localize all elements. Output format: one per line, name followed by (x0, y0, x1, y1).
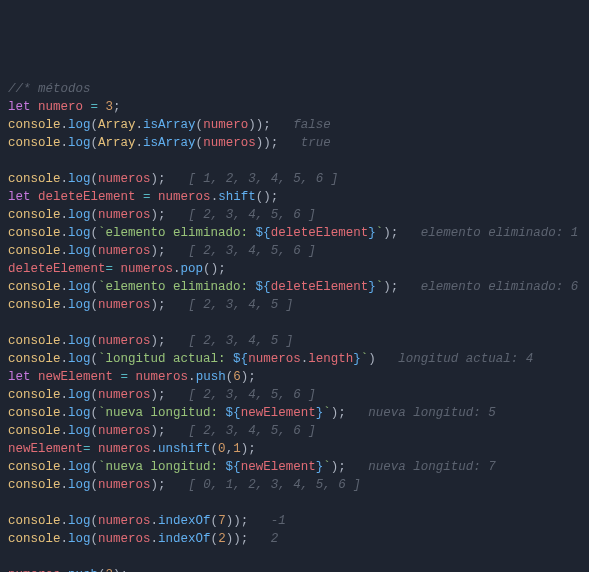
code-line: console.log(numeros); [ 0, 1, 2, 3, 4, 5… (8, 476, 581, 494)
output-comment: [ 2, 3, 4, 5 ] (188, 334, 293, 348)
output-comment: elemento eliminado: 1 (421, 226, 579, 240)
output-comment: -1 (271, 514, 286, 528)
blank-line (8, 494, 581, 512)
code-line: let deleteElement = numeros.shift(); (8, 188, 581, 206)
code-line: console.log(numeros); [ 2, 3, 4, 5, 6 ] (8, 422, 581, 440)
code-line: console.log(`nueva longitud: ${newElemen… (8, 404, 581, 422)
code-line: let numero = 3; (8, 98, 581, 116)
code-line: console.log(Array.isArray(numeros)); tru… (8, 134, 581, 152)
code-line: console.log(numeros.indexOf(2)); 2 (8, 530, 581, 548)
code-line: let newElement = numeros.push(6); (8, 368, 581, 386)
output-comment: elemento eliminado: 6 (421, 280, 579, 294)
blank-line (8, 152, 581, 170)
code-line: console.log(numeros); [ 1, 2, 3, 4, 5, 6… (8, 170, 581, 188)
comment: //* métodos (8, 82, 91, 96)
code-line: console.log(Array.isArray(numero)); fals… (8, 116, 581, 134)
code-line: //* métodos (8, 80, 581, 98)
output-comment: [ 2, 3, 4, 5, 6 ] (188, 208, 316, 222)
code-editor[interactable]: //* métodoslet numero = 3;console.log(Ar… (8, 80, 581, 572)
output-comment: nueva longitud: 7 (368, 460, 496, 474)
blank-line (8, 548, 581, 566)
output-comment: 2 (271, 532, 279, 546)
code-line: deleteElement= numeros.pop(); (8, 260, 581, 278)
output-comment: [ 2, 3, 4, 5, 6 ] (188, 388, 316, 402)
code-line: console.log(`elemento eliminado: ${delet… (8, 278, 581, 296)
code-line: console.log(`elemento eliminado: ${delet… (8, 224, 581, 242)
output-comment: [ 1, 2, 3, 4, 5, 6 ] (188, 172, 338, 186)
output-comment: false (293, 118, 331, 132)
code-line: console.log(numeros); [ 2, 3, 4, 5, 6 ] (8, 206, 581, 224)
output-comment: [ 0, 1, 2, 3, 4, 5, 6 ] (188, 478, 361, 492)
output-comment: nueva longitud: 5 (368, 406, 496, 420)
code-line: numeros.push(2); (8, 566, 581, 572)
code-line: console.log(numeros); [ 2, 3, 4, 5, 6 ] (8, 242, 581, 260)
code-line: console.log(numeros); [ 2, 3, 4, 5 ] (8, 296, 581, 314)
output-comment: [ 2, 3, 4, 5 ] (188, 298, 293, 312)
output-comment: longitud actual: 4 (398, 352, 533, 366)
output-comment: [ 2, 3, 4, 5, 6 ] (188, 244, 316, 258)
blank-line (8, 314, 581, 332)
output-comment: true (301, 136, 331, 150)
code-line: console.log(numeros); [ 2, 3, 4, 5, 6 ] (8, 386, 581, 404)
output-comment: [ 2, 3, 4, 5, 6 ] (188, 424, 316, 438)
code-line: console.log(numeros.indexOf(7)); -1 (8, 512, 581, 530)
code-line: console.log(numeros); [ 2, 3, 4, 5 ] (8, 332, 581, 350)
code-line: console.log(`longitud actual: ${numeros.… (8, 350, 581, 368)
code-line: console.log(`nueva longitud: ${newElemen… (8, 458, 581, 476)
code-line: newElement= numeros.unshift(0,1); (8, 440, 581, 458)
